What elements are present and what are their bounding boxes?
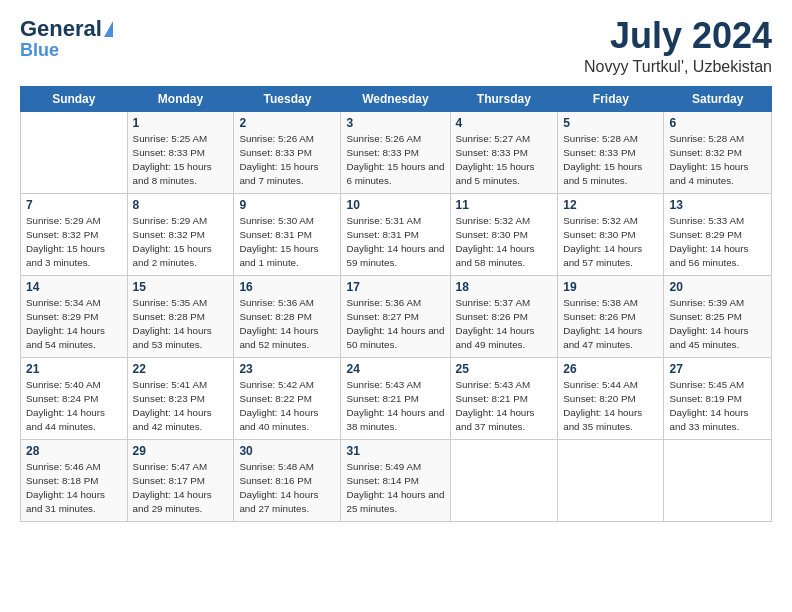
calendar-container: General Blue July 2024 Novyy Turtkul', U… (0, 0, 792, 532)
day-cell: 1 Sunrise: 5:25 AMSunset: 8:33 PMDayligh… (127, 111, 234, 193)
day-cell: 7 Sunrise: 5:29 AMSunset: 8:32 PMDayligh… (21, 193, 128, 275)
day-number: 18 (456, 280, 553, 294)
day-number: 27 (669, 362, 766, 376)
day-cell: 8 Sunrise: 5:29 AMSunset: 8:32 PMDayligh… (127, 193, 234, 275)
day-info: Sunrise: 5:36 AMSunset: 8:27 PMDaylight:… (346, 297, 444, 351)
day-cell (21, 111, 128, 193)
day-number: 14 (26, 280, 122, 294)
day-info: Sunrise: 5:49 AMSunset: 8:14 PMDaylight:… (346, 461, 444, 515)
day-info: Sunrise: 5:45 AMSunset: 8:19 PMDaylight:… (669, 379, 748, 433)
day-info: Sunrise: 5:37 AMSunset: 8:26 PMDaylight:… (456, 297, 535, 351)
weekday-header-saturday: Saturday (664, 86, 772, 111)
day-cell: 6 Sunrise: 5:28 AMSunset: 8:32 PMDayligh… (664, 111, 772, 193)
day-cell: 18 Sunrise: 5:37 AMSunset: 8:26 PMDaylig… (450, 275, 558, 357)
day-number: 11 (456, 198, 553, 212)
day-cell: 20 Sunrise: 5:39 AMSunset: 8:25 PMDaylig… (664, 275, 772, 357)
week-row-4: 21 Sunrise: 5:40 AMSunset: 8:24 PMDaylig… (21, 357, 772, 439)
day-number: 26 (563, 362, 658, 376)
day-cell: 29 Sunrise: 5:47 AMSunset: 8:17 PMDaylig… (127, 439, 234, 521)
day-number: 8 (133, 198, 229, 212)
logo-general: General (20, 16, 102, 42)
day-cell: 10 Sunrise: 5:31 AMSunset: 8:31 PMDaylig… (341, 193, 450, 275)
title-block: July 2024 Novyy Turtkul', Uzbekistan (584, 16, 772, 76)
day-cell: 30 Sunrise: 5:48 AMSunset: 8:16 PMDaylig… (234, 439, 341, 521)
day-number: 28 (26, 444, 122, 458)
weekday-header-sunday: Sunday (21, 86, 128, 111)
day-number: 17 (346, 280, 444, 294)
month-title: July 2024 (584, 16, 772, 56)
day-cell: 17 Sunrise: 5:36 AMSunset: 8:27 PMDaylig… (341, 275, 450, 357)
day-cell: 15 Sunrise: 5:35 AMSunset: 8:28 PMDaylig… (127, 275, 234, 357)
day-number: 13 (669, 198, 766, 212)
day-info: Sunrise: 5:25 AMSunset: 8:33 PMDaylight:… (133, 133, 212, 187)
day-number: 22 (133, 362, 229, 376)
day-cell: 13 Sunrise: 5:33 AMSunset: 8:29 PMDaylig… (664, 193, 772, 275)
day-info: Sunrise: 5:41 AMSunset: 8:23 PMDaylight:… (133, 379, 212, 433)
day-info: Sunrise: 5:48 AMSunset: 8:16 PMDaylight:… (239, 461, 318, 515)
day-info: Sunrise: 5:34 AMSunset: 8:29 PMDaylight:… (26, 297, 105, 351)
day-cell: 25 Sunrise: 5:43 AMSunset: 8:21 PMDaylig… (450, 357, 558, 439)
day-cell: 24 Sunrise: 5:43 AMSunset: 8:21 PMDaylig… (341, 357, 450, 439)
day-cell: 14 Sunrise: 5:34 AMSunset: 8:29 PMDaylig… (21, 275, 128, 357)
day-cell: 11 Sunrise: 5:32 AMSunset: 8:30 PMDaylig… (450, 193, 558, 275)
day-cell: 4 Sunrise: 5:27 AMSunset: 8:33 PMDayligh… (450, 111, 558, 193)
day-number: 4 (456, 116, 553, 130)
day-number: 24 (346, 362, 444, 376)
day-info: Sunrise: 5:39 AMSunset: 8:25 PMDaylight:… (669, 297, 748, 351)
day-number: 30 (239, 444, 335, 458)
week-row-1: 1 Sunrise: 5:25 AMSunset: 8:33 PMDayligh… (21, 111, 772, 193)
day-info: Sunrise: 5:46 AMSunset: 8:18 PMDaylight:… (26, 461, 105, 515)
day-cell: 12 Sunrise: 5:32 AMSunset: 8:30 PMDaylig… (558, 193, 664, 275)
day-number: 9 (239, 198, 335, 212)
day-number: 21 (26, 362, 122, 376)
calendar-body: 1 Sunrise: 5:25 AMSunset: 8:33 PMDayligh… (21, 111, 772, 521)
day-info: Sunrise: 5:26 AMSunset: 8:33 PMDaylight:… (239, 133, 318, 187)
day-cell: 23 Sunrise: 5:42 AMSunset: 8:22 PMDaylig… (234, 357, 341, 439)
day-info: Sunrise: 5:29 AMSunset: 8:32 PMDaylight:… (26, 215, 105, 269)
day-info: Sunrise: 5:47 AMSunset: 8:17 PMDaylight:… (133, 461, 212, 515)
day-info: Sunrise: 5:30 AMSunset: 8:31 PMDaylight:… (239, 215, 318, 269)
weekday-header-tuesday: Tuesday (234, 86, 341, 111)
day-number: 20 (669, 280, 766, 294)
day-cell (558, 439, 664, 521)
day-info: Sunrise: 5:28 AMSunset: 8:33 PMDaylight:… (563, 133, 642, 187)
day-cell: 31 Sunrise: 5:49 AMSunset: 8:14 PMDaylig… (341, 439, 450, 521)
week-row-5: 28 Sunrise: 5:46 AMSunset: 8:18 PMDaylig… (21, 439, 772, 521)
day-info: Sunrise: 5:44 AMSunset: 8:20 PMDaylight:… (563, 379, 642, 433)
day-number: 3 (346, 116, 444, 130)
day-info: Sunrise: 5:35 AMSunset: 8:28 PMDaylight:… (133, 297, 212, 351)
day-info: Sunrise: 5:31 AMSunset: 8:31 PMDaylight:… (346, 215, 444, 269)
logo-triangle-icon (104, 21, 113, 37)
day-number: 16 (239, 280, 335, 294)
day-cell: 16 Sunrise: 5:36 AMSunset: 8:28 PMDaylig… (234, 275, 341, 357)
day-info: Sunrise: 5:42 AMSunset: 8:22 PMDaylight:… (239, 379, 318, 433)
day-cell (450, 439, 558, 521)
day-info: Sunrise: 5:38 AMSunset: 8:26 PMDaylight:… (563, 297, 642, 351)
week-row-3: 14 Sunrise: 5:34 AMSunset: 8:29 PMDaylig… (21, 275, 772, 357)
day-number: 23 (239, 362, 335, 376)
day-cell: 19 Sunrise: 5:38 AMSunset: 8:26 PMDaylig… (558, 275, 664, 357)
day-number: 15 (133, 280, 229, 294)
weekday-header-row: SundayMondayTuesdayWednesdayThursdayFrid… (21, 86, 772, 111)
day-info: Sunrise: 5:40 AMSunset: 8:24 PMDaylight:… (26, 379, 105, 433)
day-number: 1 (133, 116, 229, 130)
day-cell: 26 Sunrise: 5:44 AMSunset: 8:20 PMDaylig… (558, 357, 664, 439)
day-info: Sunrise: 5:33 AMSunset: 8:29 PMDaylight:… (669, 215, 748, 269)
week-row-2: 7 Sunrise: 5:29 AMSunset: 8:32 PMDayligh… (21, 193, 772, 275)
weekday-header-friday: Friday (558, 86, 664, 111)
day-cell: 9 Sunrise: 5:30 AMSunset: 8:31 PMDayligh… (234, 193, 341, 275)
weekday-header-monday: Monday (127, 86, 234, 111)
logo-blue: Blue (20, 40, 59, 61)
day-info: Sunrise: 5:26 AMSunset: 8:33 PMDaylight:… (346, 133, 444, 187)
day-info: Sunrise: 5:32 AMSunset: 8:30 PMDaylight:… (456, 215, 535, 269)
weekday-header-wednesday: Wednesday (341, 86, 450, 111)
day-number: 25 (456, 362, 553, 376)
day-info: Sunrise: 5:27 AMSunset: 8:33 PMDaylight:… (456, 133, 535, 187)
day-number: 19 (563, 280, 658, 294)
header: General Blue July 2024 Novyy Turtkul', U… (20, 16, 772, 76)
day-info: Sunrise: 5:29 AMSunset: 8:32 PMDaylight:… (133, 215, 212, 269)
day-cell: 3 Sunrise: 5:26 AMSunset: 8:33 PMDayligh… (341, 111, 450, 193)
day-number: 12 (563, 198, 658, 212)
day-number: 5 (563, 116, 658, 130)
day-cell: 21 Sunrise: 5:40 AMSunset: 8:24 PMDaylig… (21, 357, 128, 439)
